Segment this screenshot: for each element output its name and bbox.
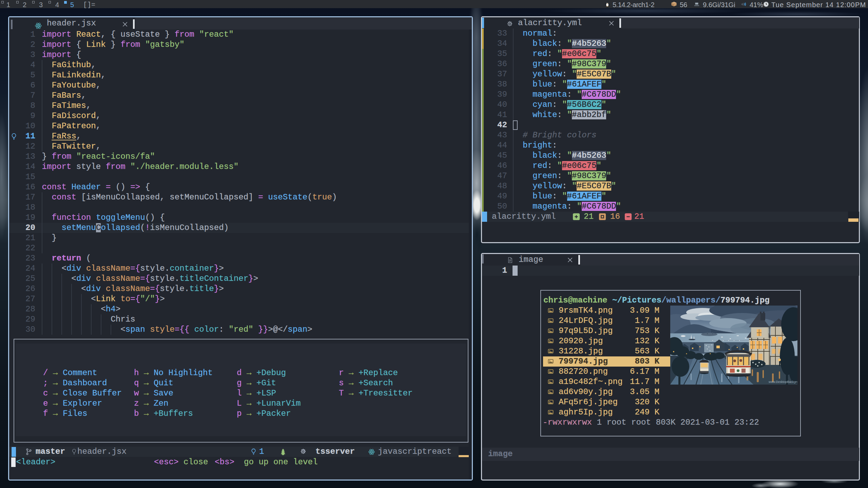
svg-text:www.DesktopBackground.org: www.DesktopBackground.org bbox=[768, 380, 797, 384]
